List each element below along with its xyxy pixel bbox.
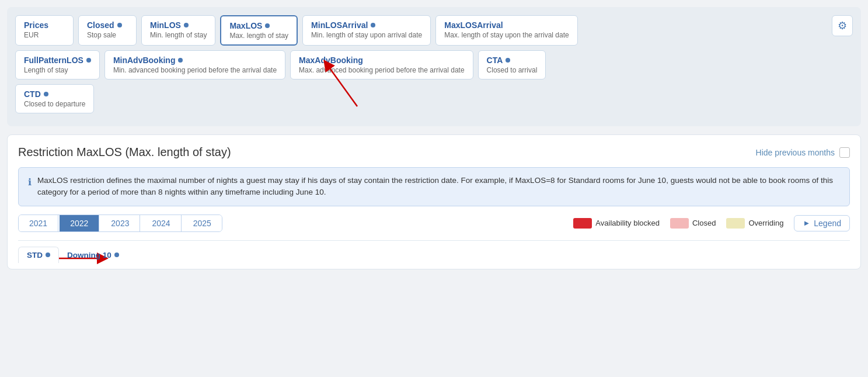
room-tab-downing-10[interactable]: Downing 10 [59, 247, 127, 263]
tab-sub-minlos: Min. length of stay [150, 31, 207, 39]
restriction-title: Restriction MaxLOS (Max. length of stay) [18, 146, 231, 159]
year-tab-2023[interactable]: 2023 [100, 215, 140, 231]
tab-title-minlosarrival: MinLOSArrival [311, 20, 422, 30]
info-text: MaxLOS restriction defines the maximal n… [37, 175, 840, 199]
tab-sub-maxlosarrival: Max. length of stay upon the arrival dat… [444, 31, 569, 39]
year-tab-2022[interactable]: 2022 [60, 215, 99, 231]
tab-maxlos[interactable]: MaxLOSMax. length of stay [220, 15, 298, 46]
tab-sub-fullpatternlos: Length of stay [24, 66, 91, 74]
hide-prev-months-checkbox[interactable] [839, 147, 850, 158]
rooms-row: STDDowning 10 [18, 240, 850, 269]
legend-item-availability-blocked: Availability blocked [573, 218, 660, 229]
info-icon: ℹ [28, 175, 32, 189]
legend-swatch [573, 218, 592, 229]
tab-cta[interactable]: CTAClosed to arrival [478, 50, 546, 79]
tab-sub-ctd: Closed to departure [24, 100, 85, 108]
tab-sub-maxlos: Max. length of stay [229, 32, 288, 40]
bottom-panel: Restriction MaxLOS (Max. length of stay)… [7, 134, 861, 269]
tab-sub-prices: EUR [24, 31, 65, 39]
info-box: ℹ MaxLOS restriction defines the maximal… [18, 167, 850, 206]
gear-button[interactable]: ⚙ [832, 15, 853, 36]
year-tab-2025[interactable]: 2025 [183, 215, 222, 231]
legend-item-closed: Closed [670, 218, 716, 229]
tab-sub-closed: Stop sale [87, 31, 128, 39]
legend-item-overriding: Overriding [726, 218, 783, 229]
tab-fullpatternlos[interactable]: FullPatternLOSLength of stay [15, 50, 100, 79]
restriction-header: Restriction MaxLOS (Max. length of stay)… [18, 146, 850, 159]
tabs-row-1: PricesEURClosedStop saleMinLOSMin. lengt… [15, 15, 853, 46]
room-tab-std[interactable]: STD [18, 247, 59, 263]
year-tab-2021[interactable]: 2021 [19, 215, 58, 231]
tab-title-maxadv: MaxAdvBooking [299, 56, 465, 65]
hide-prev-months-label: Hide previous months [756, 148, 835, 157]
tab-sub-maxadv: Max. advanced booking period before the … [299, 66, 465, 74]
tab-dot-minadv [178, 58, 183, 63]
tab-dot-minlos [184, 23, 189, 27]
legend-label: Overriding [748, 219, 783, 227]
tab-title-cta: CTA [487, 56, 538, 65]
year-tabs: 20212022202320242025 [18, 215, 222, 232]
tab-title-prices: Prices [24, 20, 65, 30]
tab-title-ctd: CTD [24, 89, 85, 99]
legend-swatch [670, 218, 689, 229]
room-dot [46, 253, 50, 257]
hide-prev-months-toggle[interactable]: Hide previous months [756, 147, 850, 158]
tab-title-minlos: MinLOS [150, 20, 207, 30]
tab-sub-cta: Closed to arrival [487, 66, 538, 74]
tab-prices[interactable]: PricesEUR [15, 15, 74, 46]
tab-title-maxlosarrival: MaxLOSArrival [444, 20, 569, 30]
top-panel: PricesEURClosedStop saleMinLOSMin. lengt… [7, 7, 861, 126]
tab-dot-ctd [44, 92, 48, 96]
year-tab-2024[interactable]: 2024 [141, 215, 181, 231]
tabs-row-3: CTDClosed to departure [15, 84, 853, 113]
room-dot [114, 253, 119, 257]
tab-dot-cta [506, 58, 510, 63]
tab-maxlosarrival[interactable]: MaxLOSArrivalMax. length of stay upon th… [435, 15, 577, 46]
legend-swatch [726, 218, 745, 229]
tab-ctd[interactable]: CTDClosed to departure [15, 84, 94, 113]
tab-title-minadv: MinAdvBooking [113, 56, 277, 65]
tab-dot-minlosarrival [371, 23, 375, 27]
legend-label: Closed [692, 219, 716, 227]
tab-minadv[interactable]: MinAdvBookingMin. advanced booking perio… [104, 50, 285, 79]
tab-minlosarrival[interactable]: MinLOSArrivalMin. length of stay upon ar… [302, 15, 431, 46]
tab-minlos[interactable]: MinLOSMin. length of stay [141, 15, 215, 46]
tab-dot-fullpatternlos [86, 58, 91, 63]
legend-label: Availability blocked [595, 219, 660, 227]
legend-area: Availability blockedClosedOverriding ► L… [573, 215, 850, 231]
legend-button-label: Legend [814, 219, 841, 228]
tab-closed[interactable]: ClosedStop sale [78, 15, 137, 46]
year-legend-row: 20212022202320242025 Availability blocke… [18, 215, 850, 232]
tabs-row-2: FullPatternLOSLength of stayMinAdvBookin… [15, 50, 853, 79]
tab-title-fullpatternlos: FullPatternLOS [24, 56, 91, 65]
tab-sub-minlosarrival: Min. length of stay upon arrival date [311, 31, 422, 39]
tab-dot-maxlos [265, 23, 270, 28]
legend-button[interactable]: ► Legend [794, 215, 850, 231]
tab-title-closed: Closed [87, 20, 128, 30]
tab-dot-closed [117, 23, 122, 27]
tab-maxadv[interactable]: MaxAdvBookingMax. advanced booking perio… [290, 50, 473, 79]
tab-sub-minadv: Min. advanced booking period before the … [113, 66, 277, 74]
tab-title-maxlos: MaxLOS [229, 21, 288, 30]
